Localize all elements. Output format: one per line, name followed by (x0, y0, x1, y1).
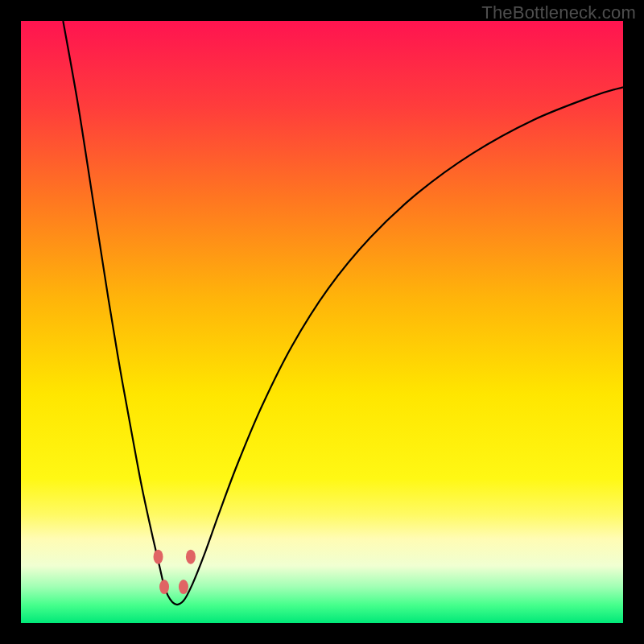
bottleneck-chart (21, 21, 623, 623)
curve-marker (159, 580, 169, 594)
watermark-text: TheBottleneck.com (481, 2, 636, 23)
curve-marker (154, 550, 163, 564)
curve-marker (179, 580, 188, 594)
curve-marker (186, 550, 196, 564)
chart-frame (21, 21, 623, 623)
chart-background (21, 21, 623, 623)
